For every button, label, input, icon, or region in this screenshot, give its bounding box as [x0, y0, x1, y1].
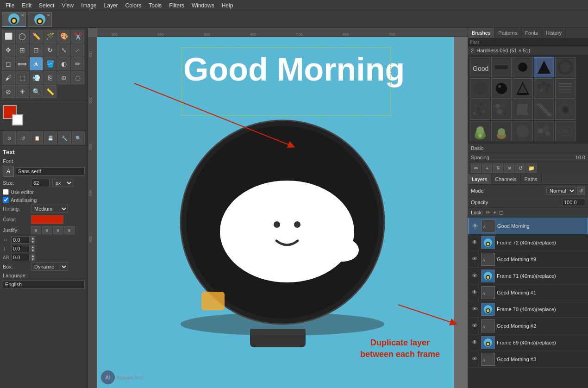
spacing-1-input[interactable]	[11, 236, 30, 244]
tool-color-picker[interactable]: 🔍	[30, 85, 43, 98]
brush-cell-20[interactable]	[555, 121, 575, 141]
lock-position-btn[interactable]: +	[493, 209, 496, 216]
menu-colors[interactable]: Colors	[122, 1, 145, 10]
brush-cell-11[interactable]	[470, 100, 490, 120]
brush-cell-14[interactable]	[534, 100, 554, 120]
box-select[interactable]: Dynamic Fixed	[31, 263, 68, 271]
tab-1[interactable]: ✕	[2, 12, 26, 27]
layer-5-eye[interactable]: 👁	[470, 305, 479, 314]
use-editor-checkbox[interactable]	[3, 189, 9, 195]
brush-cell-10[interactable]	[555, 78, 575, 99]
layer-4-eye[interactable]: 👁	[470, 288, 479, 297]
brush-cell-18[interactable]	[513, 121, 533, 141]
tab-1-close[interactable]: ✕	[21, 13, 25, 18]
tool-text[interactable]: A	[30, 57, 43, 70]
menu-edit[interactable]: Edit	[18, 1, 35, 10]
brush-cell-1[interactable]: Good M.	[470, 57, 490, 77]
tool-extra-5[interactable]: 🔧	[58, 131, 71, 144]
background-color[interactable]	[12, 114, 23, 125]
text-color-swatch[interactable]	[31, 215, 63, 224]
tool-dodge[interactable]: ☀	[16, 85, 29, 98]
tool-extra-2[interactable]: ↺	[17, 131, 30, 144]
justify-left[interactable]: ≡	[31, 226, 41, 234]
brush-cell-16[interactable]	[470, 121, 490, 141]
brush-tool-new[interactable]: +	[482, 163, 492, 173]
tool-fuzzy-select[interactable]: 🪄	[44, 30, 56, 43]
tool-rect-select[interactable]: ⬜	[2, 30, 15, 43]
brush-tool-refresh[interactable]: ↺	[515, 163, 525, 173]
tool-zoom-in[interactable]: 🔍	[72, 131, 85, 144]
menu-image[interactable]: Image	[77, 1, 100, 10]
layer-item-2[interactable]: 👁 A Good Morning #9	[468, 251, 588, 268]
tool-color-select[interactable]: 🎨	[57, 30, 70, 43]
size-unit-select[interactable]: px pt mm	[52, 179, 73, 187]
size-input[interactable]	[31, 179, 50, 187]
brush-cell-17[interactable]	[491, 121, 512, 141]
tool-shear[interactable]: ⟋	[71, 44, 84, 56]
layer-3-eye[interactable]: 👁	[470, 271, 479, 281]
menu-layer[interactable]: Layer	[100, 1, 122, 10]
tool-extra-1[interactable]: ⊙	[3, 131, 16, 144]
tab-layers[interactable]: Layers	[468, 174, 491, 184]
brush-tool-folder[interactable]: 📁	[526, 163, 537, 173]
menu-filters[interactable]: Filters	[165, 1, 188, 10]
language-input[interactable]	[3, 280, 85, 288]
tab-channels[interactable]: Channels	[491, 174, 520, 184]
menu-help[interactable]: Help	[218, 1, 237, 10]
brush-cell-4[interactable]	[534, 57, 554, 77]
brush-cell-5[interactable]	[555, 57, 575, 77]
lock-alpha-btn[interactable]: ◻	[499, 209, 504, 216]
tool-extra-4[interactable]: 💾	[44, 131, 57, 144]
tool-eraser[interactable]: ⬚	[16, 71, 29, 84]
tool-smudge[interactable]: ⊘	[2, 85, 15, 98]
tab-2[interactable]: ✕	[28, 12, 52, 27]
tool-lasso[interactable]: ✏️	[30, 30, 43, 43]
brush-cell-8[interactable]	[513, 78, 533, 99]
menu-file[interactable]: File	[2, 1, 18, 10]
tool-perspective[interactable]: ◻	[2, 57, 15, 70]
layer-item-4[interactable]: 👁 A Good Morning #1	[468, 284, 588, 301]
brush-cell-3[interactable]	[513, 57, 533, 77]
layer-7-eye[interactable]: 👁	[470, 338, 479, 347]
tab-patterns[interactable]: Patterns	[494, 28, 521, 38]
tab-brushes[interactable]: Brushes	[468, 28, 494, 38]
brush-filter-input[interactable]	[470, 39, 586, 45]
spacing-3-input[interactable]	[11, 254, 30, 261]
tool-bucket[interactable]: 🪣	[44, 57, 56, 70]
spacing-3-down[interactable]: ▼	[31, 257, 35, 261]
layer-item-8[interactable]: 👁 A Good Morning #3	[468, 351, 588, 368]
tab-2-close[interactable]: ✕	[47, 13, 50, 18]
tool-crop[interactable]: ⊡	[30, 44, 43, 56]
menu-windows[interactable]: Windows	[188, 1, 218, 10]
tool-pencil[interactable]: ✏	[71, 57, 84, 70]
tab-history[interactable]: History	[542, 28, 566, 38]
tool-clone[interactable]: ⎘	[44, 71, 56, 84]
brush-cell-15[interactable]	[555, 100, 575, 120]
menu-tools[interactable]: Tools	[145, 1, 165, 10]
brush-tool-edit[interactable]: ✏	[471, 163, 481, 173]
tool-measure[interactable]: 📏	[44, 85, 56, 98]
justify-center[interactable]: ≡	[42, 226, 52, 234]
tool-flip[interactable]: ⟺	[16, 57, 29, 70]
antialiasing-checkbox[interactable]	[3, 197, 9, 203]
tool-ellipse-select[interactable]: ◯	[16, 30, 29, 43]
brush-cell-6[interactable]	[470, 78, 490, 99]
brush-cell-7[interactable]	[491, 78, 512, 99]
spacing-1-down[interactable]: ▼	[31, 240, 35, 244]
justify-fill[interactable]: ≡	[64, 226, 75, 234]
tab-paths[interactable]: Paths	[521, 174, 542, 184]
layer-0-eye[interactable]: 👁	[470, 221, 480, 231]
brush-cell-13[interactable]	[513, 100, 533, 120]
tab-fonts[interactable]: Fonts	[521, 28, 542, 38]
layer-item-0[interactable]: 👁 A Good Morning	[468, 218, 588, 234]
tool-extra-3[interactable]: 📋	[31, 131, 44, 144]
spacing-2-input[interactable]	[11, 245, 30, 252]
lock-pixels-btn[interactable]: ✏	[486, 209, 490, 216]
menu-view[interactable]: View	[58, 1, 77, 10]
brush-tool-delete[interactable]: ✕	[504, 163, 514, 173]
layer-item-6[interactable]: 👁 A Good Morning #2	[468, 318, 588, 334]
font-input[interactable]: Sans-serif	[16, 167, 85, 175]
tool-blend[interactable]: ◐	[57, 57, 70, 70]
tool-scale[interactable]: ⤡	[57, 44, 70, 56]
tool-paintbrush[interactable]: 🖌	[2, 71, 15, 84]
